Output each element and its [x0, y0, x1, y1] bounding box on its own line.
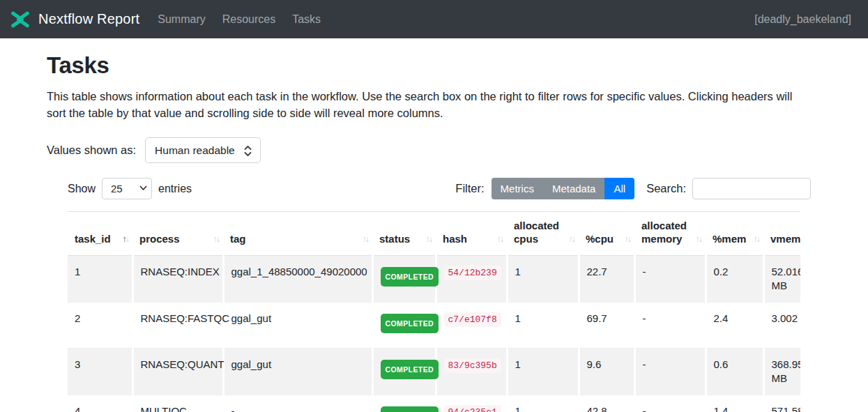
column-label: allocated cpus	[514, 220, 559, 245]
navbar-brand[interactable]: Nextflow Report	[10, 9, 139, 30]
values-shown-value: Human readable	[155, 144, 235, 157]
task-hash-code: 54/12b239	[444, 266, 501, 280]
column-header-task_id[interactable]: task_id↑↓	[68, 212, 132, 256]
cell-hash: 54/12b239	[436, 256, 507, 303]
sort-icon: ↑↓	[696, 233, 702, 246]
cell-hash: 94/c235e1	[436, 395, 507, 412]
cell-tag: ggal_gut	[223, 349, 372, 395]
sort-icon: ↑↓	[625, 233, 631, 246]
cell-allocated_cpus: 1	[507, 349, 579, 395]
cell-allocated_cpus: 1	[507, 395, 579, 412]
column-header-process[interactable]: process↑↓	[132, 212, 223, 256]
cell-task_id: 1	[68, 256, 132, 303]
cell-status: COMPLETED	[372, 349, 436, 395]
cell-pmem: 0.2	[706, 256, 763, 303]
header-row: task_id↑↓process↑↓tag↑↓status↑↓hash↑↓all…	[68, 212, 800, 256]
sort-icon: ↑↓	[426, 233, 432, 246]
cell-vmem: 571.58 MB	[763, 395, 800, 412]
status-badge: COMPLETED	[381, 406, 439, 412]
cell-process: RNASEQ:FASTQC	[132, 303, 223, 349]
tasks-table-wrapper[interactable]: task_id↑↓process↑↓tag↑↓status↑↓hash↑↓all…	[68, 211, 800, 412]
column-header-status[interactable]: status↑↓	[372, 212, 436, 256]
column-label: %cpu	[586, 233, 614, 245]
table-row: 1RNASEQ:INDEXggal_1_48850000_49020000COM…	[68, 256, 800, 303]
values-shown-label: Values shown as:	[47, 144, 136, 157]
cell-vmem: 368.95 MB	[763, 349, 800, 395]
column-header-pcpu[interactable]: %cpu↑↓	[579, 212, 634, 256]
column-label: task_id	[75, 233, 111, 245]
column-label: %mem	[713, 233, 746, 245]
nav-link-tasks[interactable]: Tasks	[292, 13, 321, 26]
cell-tag: -	[223, 395, 372, 412]
sort-icon: ↑↓	[569, 233, 575, 246]
sort-icon: ↑↓	[754, 233, 760, 246]
cell-pmem: 2.4	[706, 303, 763, 349]
column-header-allocated_cpus[interactable]: allocated cpus↑↓	[507, 212, 579, 256]
page-description: This table shows information about each …	[47, 88, 811, 121]
cell-vmem: 3.002	[763, 303, 800, 349]
sort-icon: ↑↓	[363, 233, 369, 246]
sort-icon: ↑↓	[123, 233, 129, 246]
column-label: process	[139, 233, 180, 245]
cell-allocated_memory: -	[634, 395, 706, 412]
filter-button-metrics[interactable]: Metrics	[492, 178, 543, 199]
cell-tag: ggal_1_48850000_49020000	[223, 256, 372, 303]
main-content: Tasks This table shows information about…	[0, 38, 868, 412]
cell-hash: 83/9c395b	[436, 349, 507, 395]
column-label: tag	[230, 233, 246, 245]
cell-pcpu: 9.6	[579, 349, 634, 395]
task-hash-code: 94/c235e1	[444, 405, 501, 412]
column-header-hash[interactable]: hash↑↓	[436, 212, 507, 256]
cell-process: MULTIQC	[132, 395, 223, 412]
values-shown-select[interactable]: Human readable	[145, 137, 261, 163]
column-label: allocated memory	[641, 220, 687, 245]
cell-pcpu: 42.8	[579, 395, 634, 412]
cell-status: COMPLETED	[372, 256, 436, 303]
search-input[interactable]	[692, 178, 811, 199]
entries-label: entries	[158, 183, 192, 195]
cell-allocated_cpus: 1	[507, 303, 579, 349]
page-length-control: Show 25 entries	[68, 178, 192, 199]
run-name: [deadly_baekeland]	[754, 13, 851, 26]
cell-pmem: 1.4	[706, 395, 763, 412]
cell-allocated_memory: -	[634, 349, 706, 395]
filter-button-metadata[interactable]: Metadata	[543, 178, 605, 199]
filter-button-all[interactable]: All	[604, 178, 634, 199]
cell-pmem: 0.6	[706, 349, 763, 395]
cell-pcpu: 22.7	[579, 256, 634, 303]
table-row: 3RNASEQ:QUANTggal_gutCOMPLETED83/9c395b1…	[68, 349, 800, 395]
column-header-allocated_memory[interactable]: allocated memory↑↓	[634, 212, 706, 256]
cell-process: RNASEQ:QUANT	[132, 349, 223, 395]
status-badge: COMPLETED	[381, 267, 439, 287]
column-header-tag[interactable]: tag↑↓	[223, 212, 372, 256]
column-header-pmem[interactable]: %mem↑↓	[706, 212, 763, 256]
status-badge: COMPLETED	[381, 314, 439, 333]
values-shown-row: Values shown as: Human readable	[47, 137, 811, 163]
nextflow-logo-icon	[10, 9, 31, 30]
nav-link-resources[interactable]: Resources	[222, 13, 275, 26]
datatable-area: Show 25 entries Filter: MetricsMetadataA…	[68, 178, 811, 412]
status-badge: COMPLETED	[381, 360, 439, 379]
entries-select[interactable]: 25	[102, 178, 152, 199]
page-title: Tasks	[47, 52, 811, 79]
cell-allocated_memory: -	[634, 303, 706, 349]
column-header-vmem[interactable]: vmem↑↓	[763, 212, 800, 256]
brand-title: Nextflow Report	[38, 11, 139, 27]
cell-process: RNASEQ:INDEX	[132, 256, 223, 303]
column-label: hash	[443, 233, 467, 245]
cell-allocated_memory: -	[634, 256, 706, 303]
table-row: 4MULTIQC-COMPLETED94/c235e1142.8-1.4571.…	[68, 395, 800, 412]
cell-status: COMPLETED	[372, 303, 436, 349]
cell-tag: ggal_gut	[223, 303, 372, 349]
cell-status: COMPLETED	[372, 395, 436, 412]
nav-link-summary[interactable]: Summary	[158, 13, 205, 26]
filter-button-group: MetricsMetadataAll	[492, 178, 635, 199]
cell-task_id: 2	[68, 303, 132, 349]
table-row: 2RNASEQ:FASTQCggal_gutCOMPLETEDc7/e107f8…	[68, 303, 800, 349]
column-label: vmem	[770, 233, 800, 245]
cell-vmem: 52.016 MB	[763, 256, 800, 303]
sort-icon: ↑↓	[213, 233, 220, 246]
cell-task_id: 4	[68, 395, 132, 412]
filter-label: Filter:	[455, 182, 484, 195]
updown-arrows-icon	[243, 145, 253, 157]
